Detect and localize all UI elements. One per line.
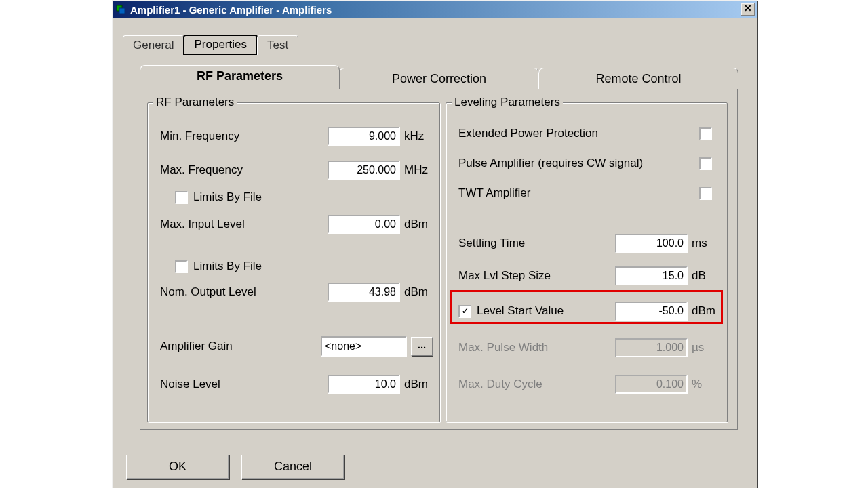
nom-output-level-label: Nom. Output Level — [160, 285, 279, 299]
max-duty-cycle-label: Max. Duty Cycle — [458, 378, 577, 391]
max-frequency-unit: MHz — [404, 163, 433, 177]
max-lvl-step-label: Max Lvl Step Size — [458, 269, 577, 283]
titlebar: Amplifier1 - Generic Amplifier - Amplifi… — [113, 1, 757, 18]
pulse-amplifier-label: Pulse Amplifier (requires CW signal) — [458, 157, 643, 170]
settling-time-label: Settling Time — [458, 237, 577, 250]
max-input-level-unit: dBm — [404, 218, 433, 231]
tab-remote-control[interactable]: Remote Control — [538, 68, 738, 92]
noise-level-label: Noise Level — [160, 378, 279, 391]
limits-by-file-1-label: Limits By File — [193, 190, 262, 204]
min-frequency-label: Min. Frequency — [160, 129, 279, 143]
max-input-level-label: Max. Input Level — [160, 218, 279, 231]
ok-button[interactable]: OK — [126, 455, 229, 479]
properties-panel: RF Parameters Power Correction Remote Co… — [140, 65, 738, 431]
max-duty-cycle-input — [615, 375, 688, 394]
window-title: Amplifier1 - Generic Amplifier - Amplifi… — [130, 4, 741, 16]
amplifier-gain-label: Amplifier Gain — [160, 340, 279, 353]
max-duty-cycle-unit: % — [692, 378, 720, 391]
max-pulse-width-label: Max. Pulse Width — [458, 341, 577, 354]
extended-power-protection-label: Extended Power Protection — [458, 127, 598, 140]
group-leveling-parameters: Leveling Parameters Extended Power Prote… — [446, 102, 728, 422]
settling-time-input[interactable] — [615, 234, 688, 253]
tab-general[interactable]: General — [123, 35, 184, 55]
dialog-window: Amplifier1 - Generic Amplifier - Amplifi… — [112, 0, 757, 488]
close-button[interactable]: ✕ — [741, 3, 755, 16]
tab-rf-parameters[interactable]: RF Parameters — [140, 65, 340, 89]
max-pulse-width-unit: µs — [692, 341, 720, 354]
min-frequency-unit: kHz — [404, 129, 433, 143]
max-frequency-label: Max. Frequency — [160, 163, 279, 177]
limits-by-file-2-label: Limits By File — [193, 260, 262, 273]
max-lvl-step-input[interactable] — [615, 266, 688, 285]
group-leveling-title: Leveling Parameters — [452, 96, 563, 109]
min-frequency-input[interactable] — [328, 127, 400, 146]
app-icon — [115, 4, 126, 15]
twt-amplifier-checkbox[interactable] — [699, 187, 712, 200]
level-start-value-checkbox[interactable] — [458, 305, 471, 318]
group-rf-title: RF Parameters — [153, 96, 237, 109]
svg-rect-1 — [119, 8, 125, 14]
top-tabstrip: General Properties Test — [123, 35, 757, 55]
cancel-button[interactable]: Cancel — [241, 455, 344, 479]
nom-output-level-input[interactable] — [328, 283, 400, 302]
pulse-amplifier-checkbox[interactable] — [699, 157, 712, 170]
limits-by-file-2-checkbox[interactable] — [175, 260, 188, 273]
tab-properties[interactable]: Properties — [183, 35, 257, 55]
max-input-level-input[interactable] — [328, 215, 400, 234]
level-start-value-unit: dBm — [692, 304, 720, 318]
amplifier-gain-browse-button[interactable]: ... — [411, 337, 433, 356]
limits-by-file-1-checkbox[interactable] — [175, 191, 188, 204]
settling-time-unit: ms — [692, 237, 720, 250]
close-icon: ✕ — [744, 3, 752, 14]
noise-level-unit: dBm — [404, 378, 433, 391]
max-lvl-step-unit: dB — [692, 269, 720, 283]
tab-test[interactable]: Test — [257, 35, 298, 55]
noise-level-input[interactable] — [328, 375, 400, 394]
inner-tabstrip: RF Parameters Power Correction Remote Co… — [140, 65, 738, 89]
level-start-value-label: Level Start Value — [477, 304, 564, 318]
max-frequency-input[interactable] — [328, 161, 400, 180]
nom-output-level-unit: dBm — [404, 285, 433, 299]
max-pulse-width-input — [615, 338, 688, 357]
twt-amplifier-label: TWT Amplifier — [458, 186, 530, 200]
extended-power-protection-checkbox[interactable] — [699, 127, 712, 140]
tab-power-correction[interactable]: Power Correction — [339, 68, 539, 92]
amplifier-gain-select[interactable] — [321, 336, 407, 357]
group-rf-parameters: RF Parameters Min. Frequency kHz Max. Fr… — [147, 102, 440, 422]
rf-parameters-body: RF Parameters Min. Frequency kHz Max. Fr… — [140, 89, 738, 430]
level-start-value-input[interactable] — [615, 302, 688, 321]
